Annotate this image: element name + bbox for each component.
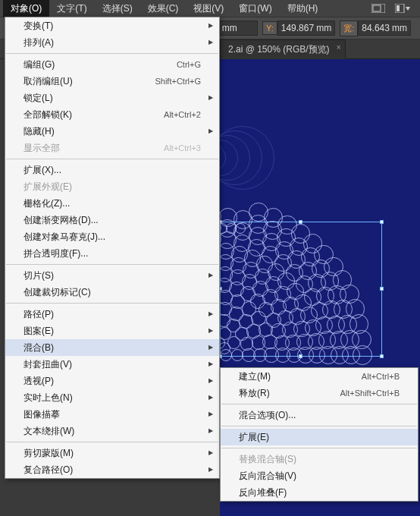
menu-item[interactable]: 取消编组(U)Shift+Ctrl+G	[5, 73, 219, 90]
menu-item[interactable]: 创建对象马赛克(J)...	[5, 228, 219, 245]
menu-item-label: 剪切蒙版(M)	[24, 447, 201, 460]
menu-item-label: 建立(M)	[239, 370, 339, 383]
menu-item-label: 扩展(X)...	[24, 164, 201, 177]
document-tab[interactable]: 2.ai @ 150% (RGB/预览) ×	[220, 39, 346, 59]
menu-item[interactable]: 扩展(E)	[221, 429, 418, 445]
submenu-arrow-icon: ▶	[208, 344, 213, 351]
menu-item[interactable]: 变换(T)▶	[5, 17, 219, 34]
menu-item-label: 图像描摹	[24, 408, 201, 421]
menu-item[interactable]: 反向混合轴(V)	[221, 467, 418, 484]
menu-item-label: 复合路径(O)	[24, 464, 201, 477]
menu-item[interactable]: 创建裁切标记(C)	[5, 284, 219, 300]
menu-item-label: 图案(E)	[24, 325, 201, 338]
menu-item-label: 封套扭曲(V)	[24, 358, 201, 371]
menu-item[interactable]: 编组(G)Ctrl+G	[5, 56, 219, 73]
menu-item[interactable]: 扩展(X)...	[5, 162, 219, 178]
close-icon[interactable]: ×	[337, 43, 341, 52]
menu-shortcut: Alt+Shift+Ctrl+B	[340, 389, 400, 398]
submenu-arrow-icon: ▶	[208, 327, 213, 334]
menu-item-label: 文本绕排(W)	[24, 425, 201, 438]
menu-item[interactable]: 混合(B)▶	[5, 339, 219, 356]
object-menu: 变换(T)▶排列(A)▶编组(G)Ctrl+G取消编组(U)Shift+Ctrl…	[5, 17, 220, 479]
menu-item[interactable]: 全部解锁(K)Alt+Ctrl+2	[5, 106, 219, 123]
menu-item[interactable]: 透视(P)▶	[5, 373, 219, 389]
submenu-arrow-icon: ▶	[208, 22, 213, 29]
submenu-arrow-icon: ▶	[208, 360, 213, 367]
menu-item[interactable]: 文本绕排(W)▶	[5, 423, 219, 439]
menu-shortcut: Alt+Ctrl+B	[362, 372, 400, 381]
submenu-arrow-icon: ▶	[208, 466, 213, 473]
menu-item-label: 锁定(L)	[24, 92, 201, 105]
menu-item[interactable]: 栅格化(Z)...	[5, 195, 219, 212]
menu-item[interactable]: 隐藏(H)▶	[5, 123, 219, 140]
menu-shortcut: Shift+Ctrl+G	[155, 77, 201, 86]
menubar-right	[370, 2, 417, 14]
menu-item-label: 切片(S)	[24, 269, 201, 282]
menu-item[interactable]: 实时上色(N)▶	[5, 389, 219, 406]
menu-item-label: 透视(P)	[24, 375, 201, 388]
menu-object[interactable]: 对象(O)	[3, 0, 49, 17]
menu-item-label: 实时上色(N)	[24, 392, 201, 404]
workspace-dropdown-icon[interactable]	[394, 2, 411, 14]
menu-item: 扩展外观(E)	[5, 178, 219, 195]
menu-type[interactable]: 文字(T)	[49, 0, 94, 17]
menu-item[interactable]: 排列(A)▶	[5, 34, 219, 51]
menu-shortcut: Alt+Ctrl+2	[164, 110, 201, 119]
menu-view[interactable]: 视图(V)	[186, 0, 231, 17]
menu-item-label: 隐藏(H)	[24, 125, 201, 138]
menu-select[interactable]: 选择(S)	[95, 0, 140, 17]
submenu-arrow-icon: ▶	[208, 94, 213, 101]
menu-item: 显示全部Alt+Ctrl+3	[5, 140, 219, 156]
menu-item[interactable]: 混合选项(O)...	[221, 407, 418, 423]
menu-effect[interactable]: 效果(C)	[140, 0, 186, 17]
menu-item[interactable]: 创建渐变网格(D)...	[5, 212, 219, 228]
menu-item[interactable]: 锁定(L)▶	[5, 90, 219, 106]
menu-item[interactable]: 拼合透明度(F)...	[5, 245, 219, 262]
menu-item-label: 编组(G)	[24, 58, 154, 71]
menu-item-label: 排列(A)	[24, 36, 201, 49]
svg-marker-4	[406, 7, 410, 11]
menu-item-label: 反向混合轴(V)	[239, 470, 400, 483]
menu-item[interactable]: 剪切蒙版(M)▶	[5, 445, 219, 461]
menu-item[interactable]: 反向堆叠(F)	[221, 484, 418, 501]
submenu-arrow-icon: ▶	[208, 411, 213, 417]
menu-shortcut: Alt+Ctrl+3	[164, 143, 201, 153]
menu-item: 替换混合轴(S)	[221, 451, 418, 467]
submenu-arrow-icon: ▶	[208, 127, 213, 134]
menu-item[interactable]: 路径(P)▶	[5, 306, 219, 322]
y-field[interactable]: Y: 149.867 mm	[262, 20, 335, 36]
menubar: 对象(O) 文字(T) 选择(S) 效果(C) 视图(V) 窗口(W) 帮助(H…	[0, 0, 420, 17]
doc-layout-icon[interactable]	[370, 2, 387, 14]
menu-window[interactable]: 窗口(W)	[231, 0, 279, 17]
menu-item-label: 扩展(E)	[239, 431, 400, 444]
menu-item-label: 创建裁切标记(C)	[24, 286, 201, 299]
svg-rect-1	[373, 5, 381, 11]
menu-item[interactable]: 切片(S)▶	[5, 267, 219, 284]
width-field[interactable]: 宽: 84.643 mm	[340, 20, 411, 36]
menu-item-label: 显示全部	[24, 142, 141, 155]
menu-item[interactable]: 建立(M)Alt+Ctrl+B	[221, 368, 418, 385]
menu-item[interactable]: 复合路径(O)▶	[5, 461, 219, 478]
menu-item-label: 混合(B)	[24, 341, 201, 354]
submenu-arrow-icon: ▶	[208, 310, 213, 317]
menu-item-label: 变换(T)	[24, 20, 201, 33]
menu-item-label: 混合选项(O)...	[239, 409, 400, 422]
menu-item-label: 扩展外观(E)	[24, 181, 201, 194]
menu-item-label: 路径(P)	[24, 308, 201, 321]
menu-item-label: 创建渐变网格(D)...	[24, 214, 201, 227]
menu-item[interactable]: 图像描摹▶	[5, 406, 219, 423]
menu-item-label: 释放(R)	[239, 387, 317, 400]
submenu-arrow-icon: ▶	[208, 449, 213, 456]
menu-item-label: 拼合透明度(F)...	[24, 247, 201, 260]
menu-item[interactable]: 图案(E)▶	[5, 322, 219, 339]
menu-item[interactable]: 封套扭曲(V)▶	[5, 356, 219, 373]
submenu-arrow-icon: ▶	[208, 394, 213, 401]
menu-shortcut: Ctrl+G	[177, 60, 201, 69]
menu-item[interactable]: 释放(R)Alt+Shift+Ctrl+B	[221, 385, 418, 401]
submenu-arrow-icon: ▶	[208, 427, 213, 434]
menu-item-label: 替换混合轴(S)	[239, 453, 400, 466]
menu-item-label: 取消编组(U)	[24, 75, 132, 88]
submenu-arrow-icon: ▶	[208, 272, 213, 278]
menu-help[interactable]: 帮助(H)	[280, 0, 326, 17]
tab-title: 2.ai @ 150% (RGB/预览)	[228, 44, 330, 55]
